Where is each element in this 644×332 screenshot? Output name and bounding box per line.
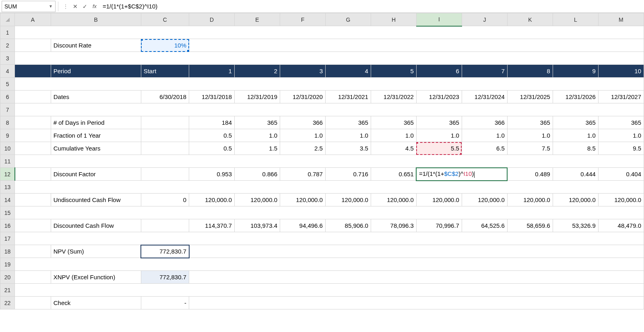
cell[interactable] (15, 258, 644, 271)
cancel-icon[interactable]: ✕ (70, 2, 80, 11)
cell[interactable]: 12/31/2025 (507, 91, 553, 103)
row-header[interactable]: 7 (0, 103, 15, 116)
cell[interactable]: 120,000.0 (553, 194, 598, 206)
cell[interactable] (15, 194, 51, 206)
cell[interactable]: 1.0 (235, 129, 280, 142)
cell[interactable]: 120,000.0 (507, 194, 553, 206)
row-header[interactable]: 9 (0, 129, 15, 142)
cell[interactable]: 0.716 (325, 168, 371, 181)
row-header[interactable]: 14 (0, 194, 15, 206)
cell[interactable]: 58,659.6 (507, 219, 553, 232)
cell[interactable]: 120,000.0 (189, 194, 235, 206)
cell[interactable] (141, 219, 189, 232)
cell[interactable]: 365 (325, 116, 371, 129)
cell[interactable] (141, 116, 189, 129)
cell[interactable]: 6.5 (462, 142, 507, 155)
cell[interactable]: 12/31/2018 (189, 91, 235, 103)
label-npv[interactable]: NPV (Sum) (51, 245, 141, 258)
select-all-corner[interactable] (0, 13, 15, 26)
col-header-G[interactable]: G (325, 13, 371, 26)
cell[interactable] (15, 142, 51, 155)
col-header-E[interactable]: E (235, 13, 280, 26)
row-header[interactable]: 10 (0, 142, 15, 155)
cell[interactable] (15, 232, 644, 245)
header-p5[interactable]: 5 (371, 65, 416, 78)
cell[interactable] (15, 116, 51, 129)
cell[interactable]: 1.0 (462, 129, 507, 142)
label-check[interactable]: Check (51, 297, 141, 309)
cell[interactable]: 1.0 (416, 129, 462, 142)
row-header[interactable]: 6 (0, 91, 15, 103)
cell[interactable]: 120,000.0 (325, 194, 371, 206)
cell[interactable]: 120,000.0 (416, 194, 462, 206)
cell[interactable]: 9.5 (598, 142, 644, 155)
cell-dates-start[interactable]: 6/30/2018 (141, 91, 189, 103)
col-header-F[interactable]: F (280, 13, 325, 26)
cell[interactable] (15, 271, 51, 284)
formula-input[interactable] (99, 1, 644, 12)
cell[interactable]: 120,000.0 (235, 194, 280, 206)
enter-icon[interactable]: ✓ (80, 2, 90, 11)
header-p2[interactable]: 2 (235, 65, 280, 78)
label-days[interactable]: # of Days in Period (51, 116, 141, 129)
cell[interactable]: 12/31/2024 (462, 91, 507, 103)
active-cell-I12[interactable]: =1/(1*(1+$C$2)^I10) (416, 168, 507, 181)
cell[interactable]: 114,370.7 (189, 219, 235, 232)
label-discount-factor[interactable]: Discount Factor (51, 168, 141, 181)
header-p6[interactable]: 6 (416, 65, 462, 78)
cell[interactable]: 365 (371, 116, 416, 129)
cell[interactable] (141, 142, 189, 155)
cell[interactable]: 12/31/2027 (598, 91, 644, 103)
row-header[interactable]: 12 (0, 168, 15, 181)
cell[interactable]: 12/31/2020 (280, 91, 325, 103)
col-header-C[interactable]: C (141, 13, 189, 26)
cell[interactable]: 85,906.0 (325, 219, 371, 232)
col-header-M[interactable]: M (598, 13, 644, 26)
name-box-dropdown-icon[interactable]: ▼ (49, 4, 53, 8)
row-header[interactable]: 15 (0, 206, 15, 219)
cell[interactable]: 365 (507, 116, 553, 129)
cell[interactable]: 1.0 (507, 129, 553, 142)
col-header-B[interactable]: B (51, 13, 141, 26)
cell[interactable] (15, 181, 644, 194)
cell[interactable]: 7.5 (507, 142, 553, 155)
label-undisc-cf[interactable]: Undiscounted Cash Flow (51, 194, 141, 206)
cell[interactable]: 120,000.0 (371, 194, 416, 206)
cell[interactable]: 0.953 (189, 168, 235, 181)
cell[interactable]: 0 (141, 194, 189, 206)
cell[interactable] (189, 271, 644, 284)
cell[interactable] (189, 245, 644, 258)
cell[interactable]: 64,525.6 (462, 219, 507, 232)
cell[interactable] (15, 26, 644, 39)
cell[interactable] (15, 78, 644, 91)
cell[interactable]: 0.787 (280, 168, 325, 181)
cell[interactable]: 8.5 (553, 142, 598, 155)
row-header[interactable]: 8 (0, 116, 15, 129)
row-header[interactable]: 3 (0, 52, 15, 65)
cell[interactable] (15, 129, 51, 142)
cell[interactable]: 2.5 (280, 142, 325, 155)
header-p8[interactable]: 8 (507, 65, 553, 78)
row-header[interactable]: 5 (0, 78, 15, 91)
cell[interactable]: 365 (598, 116, 644, 129)
cell[interactable] (15, 39, 51, 52)
label-dates[interactable]: Dates (51, 91, 141, 103)
header-p9[interactable]: 9 (553, 65, 598, 78)
header-p4[interactable]: 4 (325, 65, 371, 78)
col-header-I[interactable]: I (416, 13, 462, 26)
cell[interactable]: 0.489 (507, 168, 553, 181)
row-header[interactable]: 17 (0, 232, 15, 245)
cell[interactable] (141, 168, 189, 181)
cell[interactable]: 103,973.4 (235, 219, 280, 232)
cell[interactable]: 53,326.9 (553, 219, 598, 232)
cell[interactable] (15, 284, 644, 297)
cell[interactable]: 0.444 (553, 168, 598, 181)
header-period[interactable]: Period (51, 65, 141, 78)
col-header-L[interactable]: L (553, 13, 598, 26)
cell[interactable]: 12/31/2022 (371, 91, 416, 103)
cell[interactable] (15, 65, 51, 78)
row-header[interactable]: 19 (0, 258, 15, 271)
cell[interactable] (15, 245, 51, 258)
cell[interactable] (15, 91, 51, 103)
row-header[interactable]: 22 (0, 297, 15, 309)
